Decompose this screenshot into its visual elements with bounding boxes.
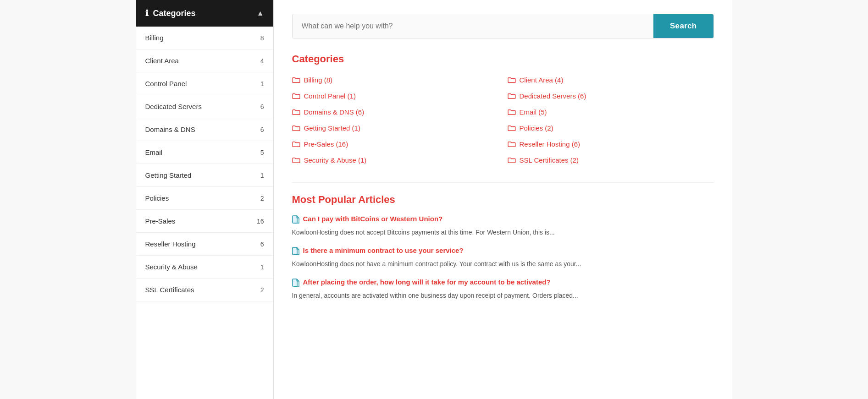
category-item[interactable]: Domains & DNS (6)	[292, 106, 498, 118]
search-input[interactable]	[293, 14, 653, 38]
sidebar-item-label: Billing	[145, 34, 164, 42]
sidebar-item[interactable]: Billing 8	[136, 27, 273, 49]
sidebar-item-count: 2	[260, 286, 264, 294]
sidebar-item-label: Dedicated Servers	[145, 103, 202, 110]
sidebar-item[interactable]: SSL Certificates 2	[136, 279, 273, 301]
category-item[interactable]: Dedicated Servers (6)	[508, 90, 714, 102]
sidebar-item-count: 6	[260, 240, 264, 248]
category-label: Client Area (4)	[520, 76, 564, 84]
folder-icon	[508, 157, 516, 164]
sidebar-item[interactable]: Getting Started 1	[136, 164, 273, 187]
article-item: After placing the order, how long will i…	[292, 278, 714, 301]
category-label: SSL Certificates (2)	[520, 156, 579, 164]
category-label: Control Panel (1)	[304, 92, 356, 100]
sidebar-item-count: 2	[260, 195, 264, 202]
sidebar-item-label: Security & Abuse	[145, 263, 198, 271]
sidebar-item-count: 16	[257, 218, 264, 225]
chevron-up-icon: ▲	[257, 9, 264, 17]
folder-icon	[292, 77, 300, 83]
category-label: Email (5)	[520, 108, 547, 116]
article-excerpt: KowloonHosting does not have a minimum c…	[292, 259, 714, 269]
folder-icon	[508, 109, 516, 115]
sidebar-item-count: 4	[260, 57, 264, 65]
sidebar: ℹ Categories ▲ Billing 8 Client Area 4 C…	[136, 0, 274, 399]
sidebar-item-label: Domains & DNS	[145, 126, 195, 133]
category-item[interactable]: Getting Started (1)	[292, 122, 498, 134]
sidebar-item-count: 1	[260, 80, 264, 87]
article-item: Can I pay with BitCoins or Western Union…	[292, 215, 714, 237]
category-label: Security & Abuse (1)	[304, 156, 367, 164]
sidebar-item-count: 5	[260, 149, 264, 156]
popular-articles-title: Most Popular Articles	[292, 194, 714, 206]
folder-icon	[508, 77, 516, 83]
folder-icon	[292, 93, 300, 99]
folder-icon	[292, 109, 300, 115]
article-link[interactable]: Can I pay with BitCoins or Western Union…	[292, 215, 714, 225]
sidebar-header-left: ℹ Categories	[145, 8, 196, 18]
sidebar-item-label: Client Area	[145, 57, 179, 65]
category-label: Getting Started (1)	[304, 124, 360, 132]
sidebar-item[interactable]: Policies 2	[136, 187, 273, 210]
articles-list: Can I pay with BitCoins or Western Union…	[292, 215, 714, 301]
sidebar-item-count: 1	[260, 172, 264, 179]
document-icon	[292, 247, 299, 257]
search-button[interactable]: Search	[653, 14, 713, 38]
sidebar-item[interactable]: Client Area 4	[136, 49, 273, 72]
category-item[interactable]: SSL Certificates (2)	[508, 154, 714, 166]
category-item[interactable]: Pre-Sales (16)	[292, 138, 498, 150]
sidebar-items-list: Billing 8 Client Area 4 Control Panel 1 …	[136, 27, 273, 301]
sidebar-item-count: 1	[260, 263, 264, 271]
sidebar-header: ℹ Categories ▲	[136, 0, 273, 27]
folder-icon	[292, 141, 300, 148]
sidebar-item-label: Reseller Hosting	[145, 240, 196, 248]
article-excerpt: In general, accounts are activated withi…	[292, 291, 714, 301]
article-item: Is there a minimum contract to use your …	[292, 246, 714, 269]
article-title: Can I pay with BitCoins or Western Union…	[303, 215, 443, 223]
folder-icon	[508, 125, 516, 131]
sidebar-item-label: SSL Certificates	[145, 286, 194, 294]
sidebar-item[interactable]: Pre-Sales 16	[136, 210, 273, 233]
category-label: Policies (2)	[520, 124, 553, 132]
category-label: Reseller Hosting (6)	[520, 140, 581, 148]
category-item[interactable]: Reseller Hosting (6)	[508, 138, 714, 150]
sidebar-item[interactable]: Security & Abuse 1	[136, 256, 273, 279]
article-title: Is there a minimum contract to use your …	[303, 246, 464, 254]
document-icon	[292, 279, 299, 288]
sidebar-item[interactable]: Dedicated Servers 6	[136, 95, 273, 118]
sidebar-item[interactable]: Reseller Hosting 6	[136, 233, 273, 256]
article-link[interactable]: Is there a minimum contract to use your …	[292, 246, 714, 257]
folder-icon	[508, 93, 516, 99]
category-label: Pre-Sales (16)	[304, 140, 348, 148]
category-item[interactable]: Security & Abuse (1)	[292, 154, 498, 166]
sidebar-item-label: Policies	[145, 194, 169, 202]
search-bar: Search	[292, 14, 714, 38]
category-label: Dedicated Servers (6)	[520, 92, 586, 100]
article-link[interactable]: After placing the order, how long will i…	[292, 278, 714, 288]
categories-grid: Billing (8) Client Area (4) Control Pane…	[292, 74, 714, 166]
sidebar-item[interactable]: Domains & DNS 6	[136, 118, 273, 141]
sidebar-item[interactable]: Email 5	[136, 141, 273, 164]
category-label: Domains & DNS (6)	[304, 108, 365, 116]
info-icon: ℹ	[145, 8, 149, 18]
divider	[292, 182, 714, 183]
sidebar-title: Categories	[153, 9, 196, 18]
category-item[interactable]: Email (5)	[508, 106, 714, 118]
category-item[interactable]: Control Panel (1)	[292, 90, 498, 102]
article-title: After placing the order, how long will i…	[303, 278, 551, 286]
sidebar-item-count: 6	[260, 103, 264, 110]
main-content: Search Categories Billing (8) Client Are…	[274, 0, 732, 399]
folder-icon	[508, 141, 516, 148]
popular-articles-section: Most Popular Articles Can I pay with Bit…	[292, 194, 714, 301]
document-icon	[292, 215, 299, 225]
category-item[interactable]: Client Area (4)	[508, 74, 714, 86]
sidebar-item-count: 8	[260, 34, 264, 42]
folder-icon	[292, 157, 300, 164]
categories-section: Categories Billing (8) Client Area (4) C…	[292, 53, 714, 166]
sidebar-item-label: Control Panel	[145, 80, 187, 87]
sidebar-item[interactable]: Control Panel 1	[136, 72, 273, 95]
sidebar-item-label: Email	[145, 148, 163, 156]
article-excerpt: KowloonHosting does not accept Bitcoins …	[292, 228, 714, 237]
category-item[interactable]: Policies (2)	[508, 122, 714, 134]
categories-title: Categories	[292, 53, 714, 65]
category-item[interactable]: Billing (8)	[292, 74, 498, 86]
